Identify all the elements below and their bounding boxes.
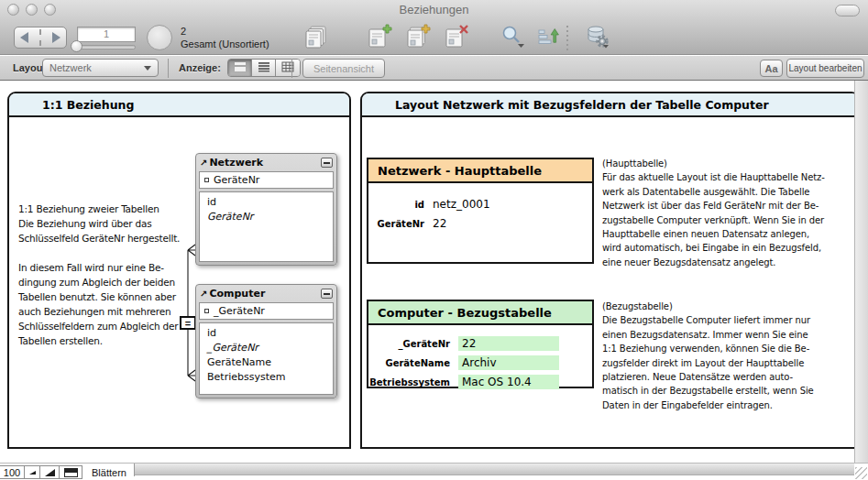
field-row: _GeräteNr 22: [368, 336, 592, 351]
graph-table-name: Netzwerk: [209, 157, 263, 169]
field-item: id: [207, 195, 325, 210]
field-row: id netz_0001: [368, 198, 592, 211]
field-item: GeräteName: [207, 355, 325, 370]
previous-record-icon[interactable]: [20, 32, 28, 43]
view-label: Anzeige:: [179, 62, 221, 73]
view-list-button[interactable]: [252, 60, 276, 76]
found-count: 2: [181, 25, 269, 38]
field-list: id GeräteNr: [199, 191, 334, 262]
related-table-title: Computer - Bezugstabelle: [368, 301, 592, 325]
field-label: GeräteName: [368, 358, 458, 368]
view-table-button[interactable]: [276, 60, 300, 76]
title-bar: Beziehungen: [0, 0, 868, 20]
right-panel-title: Layout Netzwerk mit Bezugsfeldern der Ta…: [362, 93, 858, 117]
zoom-level[interactable]: 100: [0, 466, 25, 478]
sort-icon: [536, 24, 562, 53]
record-slider-thumb[interactable]: [71, 40, 82, 52]
field-label: id: [368, 200, 433, 210]
view-form-button[interactable]: [228, 60, 252, 76]
field-row: GeräteNr 22: [368, 217, 592, 230]
field-item: id: [207, 326, 325, 341]
vertical-scrollbar[interactable]: [854, 81, 868, 463]
key-field-name: GeräteNr: [214, 174, 259, 186]
table-collapse-button: [321, 158, 333, 168]
new-record-button[interactable]: [366, 25, 393, 52]
table-expand-arrow-icon: ↗: [200, 289, 207, 299]
toolbar-toggle-button[interactable]: [835, 5, 860, 16]
field-value[interactable]: Mac OS 10.4: [458, 375, 559, 389]
record-navigation-book[interactable]: [14, 27, 67, 49]
record-count-text: 2 Gesamt (Unsortiert): [181, 25, 269, 50]
window-chrome: Beziehungen 1 2 Gesamt (Unsortiert): [0, 0, 868, 55]
table-collapse-button: [321, 289, 333, 299]
new-record-icon: [367, 24, 392, 53]
book-spine-icon: [39, 29, 41, 46]
found-set-pie-icon: [147, 25, 172, 50]
manage-database-button[interactable]: [585, 25, 612, 52]
layout-popup-value: Netzwerk: [49, 62, 92, 73]
field-value[interactable]: netz_0001: [433, 198, 490, 211]
search-icon: [500, 24, 526, 53]
key-bullet-icon: [204, 309, 209, 313]
record-slider-track[interactable]: [75, 45, 136, 49]
found-label: Gesamt (Unsortiert): [181, 38, 269, 50]
status-area-toggle-button[interactable]: [60, 466, 82, 478]
layoutbar-separator: [168, 59, 169, 78]
current-record-input[interactable]: 1: [77, 27, 136, 42]
form-view-icon: [234, 60, 247, 76]
field-item: _GeräteNr: [207, 341, 325, 355]
mode-popup[interactable]: Blättern: [92, 467, 126, 478]
graph-table-netzwerk: ↗ Netzwerk GeräteNr id GeräteNr: [195, 153, 337, 266]
toolbar-separator: [566, 26, 568, 50]
sort-button[interactable]: [535, 25, 563, 52]
delete-record-button[interactable]: [443, 25, 470, 52]
delete-record-icon: [444, 24, 469, 53]
field-item: GeräteNr: [207, 210, 325, 224]
key-field-row: _GeräteNr: [199, 302, 334, 320]
field-row: GeräteName Archiv: [368, 355, 592, 370]
key-field-name: _GeräteNr: [214, 305, 265, 317]
relationship-description: 1:1 Beziehung zweier Tabellen Die Bezieh…: [18, 202, 197, 348]
view-mode-segmented-control: [227, 59, 301, 77]
graph-table-name: Computer: [209, 288, 265, 300]
edit-layout-button[interactable]: Layout bearbeiten: [786, 59, 864, 78]
field-value[interactable]: 22: [458, 336, 559, 351]
related-table-note: (Bezugstabelle) Die Bezugstabelle Comput…: [602, 300, 866, 412]
resize-grip[interactable]: [855, 467, 867, 479]
show-all-records-button[interactable]: [302, 25, 330, 52]
field-value[interactable]: 22: [433, 217, 446, 230]
next-record-icon[interactable]: [52, 32, 60, 43]
zoom-in-button[interactable]: [40, 466, 60, 478]
card-stack-icon: [303, 24, 329, 53]
left-panel-title: 1:1 Beziehung: [9, 93, 349, 117]
zoom-out-button[interactable]: [25, 466, 40, 478]
duplicate-record-icon: [405, 24, 431, 53]
zoom-in-icon: [45, 469, 55, 476]
database-gear-icon: [585, 23, 612, 54]
graph-table-computer: ↗ Computer _GeräteNr id _GeräteNr Geräte…: [195, 284, 337, 398]
zoom-out-icon: [29, 471, 36, 475]
note-body: Die Bezugstabelle Computer liefert immer…: [602, 313, 866, 412]
layout-content: 1:1 Beziehung 1:1 Beziehung zweier Tabel…: [0, 81, 868, 463]
main-table-note: (Haupttabelle) Für das aktuelle Layout i…: [602, 157, 866, 269]
main-table-title: Netzwerk - Haupttabelle: [368, 159, 592, 183]
main-table-box: Netzwerk - Haupttabelle id netz_0001 Ger…: [367, 158, 594, 264]
layout-popup[interactable]: Netzwerk: [42, 59, 159, 77]
relation-operator: =: [180, 316, 196, 330]
horizontal-scrollbar[interactable]: [135, 464, 854, 475]
field-item: Betriebssystem: [207, 370, 325, 385]
list-view-icon: [258, 60, 270, 76]
find-button[interactable]: [500, 25, 527, 52]
key-bullet-icon: [204, 178, 209, 182]
related-table-box: Computer - Bezugstabelle _GeräteNr 22 Ge…: [367, 300, 594, 388]
duplicate-record-button[interactable]: [404, 25, 432, 52]
layoutbar-separator: [291, 59, 292, 78]
formatting-bar-button[interactable]: Aa: [760, 60, 783, 77]
note-body: Für das aktuelle Layout ist die Haupttab…: [602, 170, 866, 269]
layout-bar: Layout: Netzwerk Anzeige:: [0, 56, 868, 81]
field-value[interactable]: Archiv: [458, 355, 559, 370]
key-field-row: GeräteNr: [199, 171, 334, 189]
preview-button[interactable]: Seitenansicht: [302, 59, 385, 78]
status-toggle-icon: [64, 468, 78, 477]
status-bar: 100 Blättern: [0, 463, 868, 480]
